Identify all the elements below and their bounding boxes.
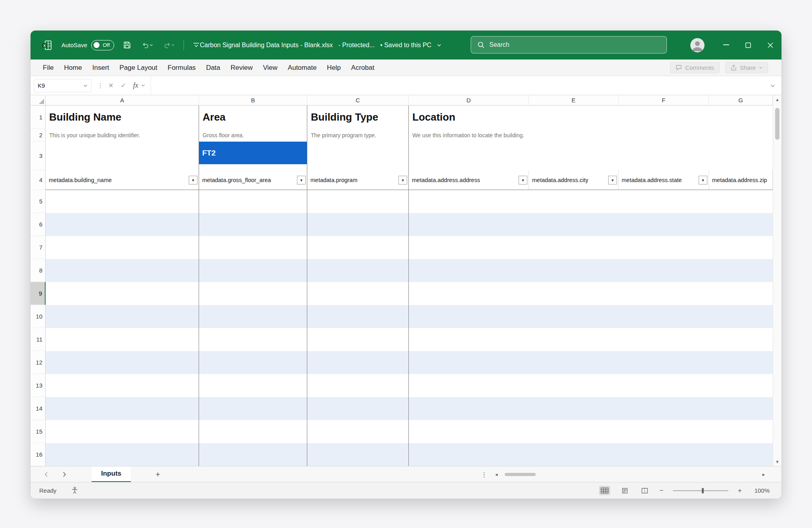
zoom-level[interactable]: 100% xyxy=(751,487,770,494)
scroll-up-icon[interactable]: ▲ xyxy=(773,97,781,102)
data-row-7[interactable] xyxy=(46,236,773,259)
cell-d4-field[interactable]: metadata.address.address ▾ xyxy=(409,170,529,190)
view-page-break-icon[interactable] xyxy=(640,486,650,495)
column-header-c[interactable]: C xyxy=(307,95,409,106)
tabbar-options-icon[interactable]: ⋮ xyxy=(481,470,487,478)
accessibility-icon[interactable] xyxy=(71,487,78,494)
tab-home[interactable]: Home xyxy=(59,64,87,72)
column-header-f[interactable]: F xyxy=(619,95,709,106)
field-dropdown-c-icon[interactable]: ▾ xyxy=(398,176,407,184)
tab-formulas[interactable]: Formulas xyxy=(163,64,201,72)
row-header-9-selected[interactable]: 9 xyxy=(31,282,46,305)
sheet-nav-left-icon[interactable] xyxy=(42,472,50,477)
field-dropdown-f-icon[interactable]: ▾ xyxy=(699,176,707,184)
name-box-chevron-icon[interactable] xyxy=(83,84,88,87)
row-header-16[interactable]: 16 xyxy=(31,443,46,466)
saved-chevron-down-icon[interactable] xyxy=(437,44,441,47)
field-dropdown-a-icon[interactable]: ▾ xyxy=(189,176,197,184)
insert-function-icon[interactable]: fx xyxy=(133,81,138,90)
row-header-15[interactable]: 15 xyxy=(31,420,46,443)
cell-b4-field[interactable]: metadata.gross_floor_area ▾ xyxy=(199,170,307,190)
cell-b3-fill[interactable]: FT2 xyxy=(199,142,307,164)
enter-entry-icon[interactable]: ✓ xyxy=(121,82,126,89)
row-header-14[interactable]: 14 xyxy=(31,397,46,420)
comments-button[interactable]: Comments xyxy=(670,62,720,73)
tab-help[interactable]: Help xyxy=(322,64,346,72)
data-row-11[interactable] xyxy=(46,328,773,351)
cell-b2-description[interactable]: Gross floor area. xyxy=(199,129,307,142)
field-dropdown-e-icon[interactable]: ▾ xyxy=(608,176,617,184)
column-header-a[interactable]: A xyxy=(46,95,199,106)
zoom-slider[interactable] xyxy=(673,490,728,491)
row-header-6[interactable]: 6 xyxy=(31,213,46,236)
row-header-10[interactable]: 10 xyxy=(31,305,46,328)
fx-chevron-icon[interactable] xyxy=(141,84,145,87)
view-normal-icon[interactable] xyxy=(599,486,610,495)
column-header-d[interactable]: D xyxy=(409,95,529,106)
row-header-8[interactable]: 8 xyxy=(31,259,46,282)
cell-d2-description[interactable]: We use this information to locate the bu… xyxy=(409,129,529,142)
tab-page-layout[interactable]: Page Layout xyxy=(114,64,162,72)
row-header-2[interactable]: 2 xyxy=(31,129,46,142)
row-header-7[interactable]: 7 xyxy=(31,236,46,259)
cell-a2-description[interactable]: This is your unique building identifier. xyxy=(46,129,199,142)
tab-view[interactable]: View xyxy=(258,64,283,72)
data-row-5[interactable] xyxy=(46,190,773,213)
cell-a1-building-name[interactable]: Building Name xyxy=(46,106,199,129)
data-row-6[interactable] xyxy=(46,213,773,236)
tab-data[interactable]: Data xyxy=(201,64,226,72)
select-all-corner[interactable] xyxy=(31,95,46,106)
cell-g4-field[interactable]: metadata.address.zip xyxy=(709,170,773,190)
cell-b1-area[interactable]: Area xyxy=(199,106,307,129)
cell-c4-field[interactable]: metadata.program ▾ xyxy=(307,170,409,190)
tab-file[interactable]: File xyxy=(38,64,59,72)
view-page-layout-icon[interactable] xyxy=(620,486,630,495)
data-row-15[interactable] xyxy=(46,420,773,443)
search-input[interactable] xyxy=(489,41,660,48)
vertical-scrollbar-thumb[interactable] xyxy=(775,108,779,140)
cell-a4-field[interactable]: metadata.building_name ▾ xyxy=(46,170,199,190)
field-dropdown-b-icon[interactable]: ▾ xyxy=(297,176,306,184)
data-row-14[interactable] xyxy=(46,397,773,420)
formula-input[interactable] xyxy=(151,82,764,89)
row-header-13[interactable]: 13 xyxy=(31,374,46,397)
column-header-b[interactable]: B xyxy=(199,95,307,106)
cell-c2-description[interactable]: The primary program type. xyxy=(307,129,409,142)
row-header-3[interactable]: 3 xyxy=(31,142,46,170)
field-dropdown-d-icon[interactable]: ▾ xyxy=(519,176,527,184)
tab-automate[interactable]: Automate xyxy=(283,64,322,72)
redo-button[interactable] xyxy=(162,40,176,51)
vertical-scrollbar[interactable]: ▲ ▼ xyxy=(773,95,781,466)
tab-insert[interactable]: Insert xyxy=(87,64,115,72)
row-header-5[interactable]: 5 xyxy=(31,190,46,213)
user-avatar[interactable] xyxy=(690,38,705,52)
add-sheet-icon[interactable]: + xyxy=(155,470,160,479)
sheet-nav-right-icon[interactable] xyxy=(60,472,69,477)
scroll-down-icon[interactable]: ▼ xyxy=(773,459,781,464)
data-row-8[interactable] xyxy=(46,259,773,282)
save-icon[interactable] xyxy=(121,39,133,51)
cell-c1-building-type[interactable]: Building Type xyxy=(307,106,409,129)
sheet-tab-inputs[interactable]: Inputs xyxy=(92,467,131,482)
data-row-12[interactable] xyxy=(46,351,773,374)
name-box[interactable]: K9 xyxy=(34,79,92,92)
tab-review[interactable]: Review xyxy=(226,64,258,72)
data-row-9[interactable] xyxy=(46,282,773,305)
undo-button[interactable] xyxy=(140,40,155,51)
zoom-slider-thumb[interactable] xyxy=(702,488,704,493)
hscroll-right-icon[interactable]: ▸ xyxy=(762,472,765,477)
minimize-button[interactable] xyxy=(715,31,737,60)
data-row-16[interactable] xyxy=(46,443,773,466)
row-header-12[interactable]: 12 xyxy=(31,351,46,374)
cell-d1-location[interactable]: Location xyxy=(409,106,529,129)
zoom-in-icon[interactable]: + xyxy=(738,487,742,495)
data-row-13[interactable] xyxy=(46,374,773,397)
autosave-toggle[interactable]: Off xyxy=(91,40,114,50)
share-button[interactable]: Share xyxy=(725,62,768,73)
row-header-1[interactable]: 1 xyxy=(31,106,46,129)
cancel-entry-icon[interactable]: ✕ xyxy=(108,82,113,89)
data-row-10[interactable] xyxy=(46,305,773,328)
formula-options-icon[interactable]: ⋮ xyxy=(97,82,103,89)
tab-acrobat[interactable]: Acrobat xyxy=(346,64,380,72)
column-header-g[interactable]: G xyxy=(709,95,773,106)
